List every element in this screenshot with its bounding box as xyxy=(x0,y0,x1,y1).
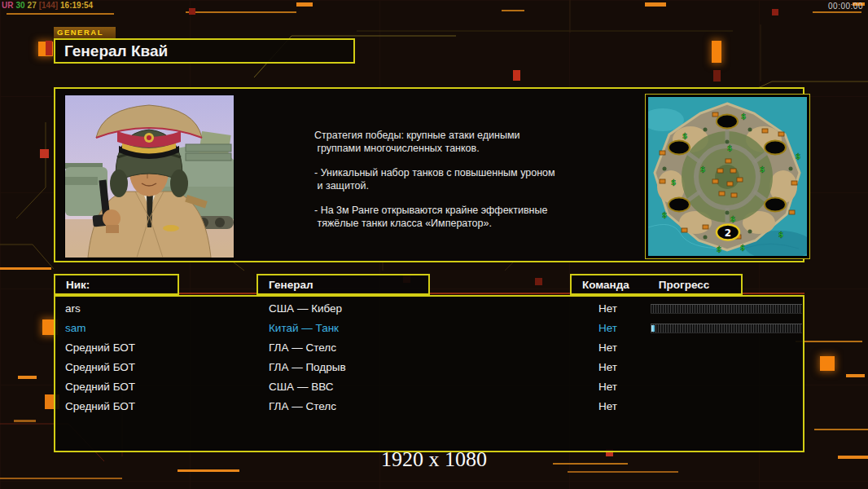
page-title: Генерал Квай xyxy=(55,42,168,60)
player-general: Китай — Танк xyxy=(269,322,339,334)
player-team: Нет xyxy=(598,302,617,315)
svg-text:$: $ xyxy=(740,244,745,252)
bg-decoration xyxy=(296,2,313,7)
description-paragraph: - Уникальный набор танков с повышенным у… xyxy=(314,167,607,192)
loading-progress-bar xyxy=(651,304,802,314)
bg-decoration xyxy=(772,9,778,15)
general-description: Стратегия победы: крупные атаки едиными … xyxy=(314,130,607,242)
player-nick: Средний БОТ xyxy=(65,361,135,373)
bg-decoration xyxy=(0,478,122,479)
description-paragraph: - На 3м Ранге открываются крайне эффекти… xyxy=(314,205,607,230)
bg-decoration xyxy=(645,2,666,7)
column-header-label: Прогресс xyxy=(629,279,709,291)
bg-decoration xyxy=(18,376,37,379)
player-general: США — ВВС xyxy=(269,381,333,393)
general-title-box: Генерал Квай xyxy=(54,38,355,64)
player-nick: Средний БОТ xyxy=(65,400,135,412)
resolution-label: 1920 x 1080 xyxy=(0,447,868,472)
bg-decoration xyxy=(820,356,835,371)
svg-text:$: $ xyxy=(730,215,735,223)
player-team: Нет xyxy=(598,322,617,334)
player-row: ars США — Кибер Нет xyxy=(55,299,803,319)
svg-text:$: $ xyxy=(662,211,667,219)
bg-decoration xyxy=(796,341,862,342)
svg-text:$: $ xyxy=(700,165,705,174)
column-header-nick: Ник: xyxy=(54,274,179,295)
stats-token: [144] xyxy=(39,1,58,10)
svg-text:$: $ xyxy=(727,144,732,152)
start-position-label: 2 xyxy=(725,227,731,239)
player-team: Нет xyxy=(598,381,617,393)
svg-text:$: $ xyxy=(778,231,783,239)
player-row: Средний БОТ ГЛА — Подрыв Нет xyxy=(55,358,803,377)
general-portrait xyxy=(65,95,234,258)
general-info-panel: Стратегия победы: крупные атаки едиными … xyxy=(54,87,804,262)
bg-decoration xyxy=(14,420,36,422)
column-header-label: Генерал xyxy=(258,279,313,291)
stats-token: 27 xyxy=(28,1,37,10)
player-team: Нет xyxy=(598,400,617,412)
bg-decoration xyxy=(502,10,524,11)
bg-decoration xyxy=(535,278,542,285)
players-table: ars США — Кибер Нет sam Китай — Танк Нет… xyxy=(54,295,804,452)
column-header-team-progress: Команда Прогресс xyxy=(570,274,743,295)
loading-progress-bar xyxy=(651,324,802,333)
column-header-general: Генерал xyxy=(256,274,430,295)
column-header-label: Ник: xyxy=(55,279,90,291)
bg-decoration xyxy=(46,41,52,55)
player-general: ГЛА — Стелс xyxy=(269,400,336,412)
bg-decoration xyxy=(713,70,721,82)
player-nick: Средний БОТ xyxy=(65,341,135,354)
column-header-label: Команда xyxy=(572,279,629,291)
bg-decoration xyxy=(513,70,520,81)
player-team: Нет xyxy=(598,341,617,354)
stats-clock: 16:19:54 xyxy=(60,1,93,10)
bg-decoration xyxy=(189,8,195,15)
player-general: ГЛА — Подрыв xyxy=(269,361,346,373)
player-nick: sam xyxy=(65,322,86,334)
stats-token: 30 xyxy=(15,1,24,10)
bg-decoration xyxy=(712,41,721,63)
bg-decoration xyxy=(0,267,51,270)
player-row: Средний БОТ США — ВВС Нет xyxy=(55,377,803,397)
svg-text:$: $ xyxy=(717,245,721,253)
player-general: США — Кибер xyxy=(269,302,342,315)
player-row: Средний БОТ ГЛА — Стелс Нет xyxy=(55,338,803,358)
svg-text:$: $ xyxy=(760,165,765,174)
svg-text:$: $ xyxy=(682,132,687,140)
player-row: sam Китай — Танк Нет xyxy=(55,319,803,338)
svg-text:$: $ xyxy=(671,178,676,187)
player-team: Нет xyxy=(598,361,617,373)
svg-text:$: $ xyxy=(741,112,746,121)
player-general: ГЛА — Стелс xyxy=(269,341,336,354)
player-nick: Средний БОТ xyxy=(65,381,135,393)
player-row: Средний БОТ ГЛА — Стелс Нет xyxy=(55,397,803,416)
svg-text:$: $ xyxy=(796,152,800,161)
bg-decoration xyxy=(846,374,865,377)
bg-decoration xyxy=(813,11,861,13)
player-nick: ars xyxy=(65,302,81,315)
bg-decoration xyxy=(186,11,296,13)
progress-fill xyxy=(651,325,655,332)
loading-screen: UR3027[144]16:19:54 00:00:00 GENERAL Ген… xyxy=(0,0,868,489)
description-paragraph: Стратегия победы: крупные атаки едиными … xyxy=(314,130,607,155)
bg-decoration xyxy=(40,149,49,158)
bg-decoration xyxy=(814,429,868,430)
stats-overlay: UR3027[144]16:19:54 xyxy=(2,1,95,10)
map-preview: $$$ $$$ $$$ $$$ 2 xyxy=(645,94,810,259)
stats-token: UR xyxy=(2,1,13,10)
bg-decoration xyxy=(7,13,114,15)
match-timer: 00:00:00 xyxy=(828,2,863,11)
